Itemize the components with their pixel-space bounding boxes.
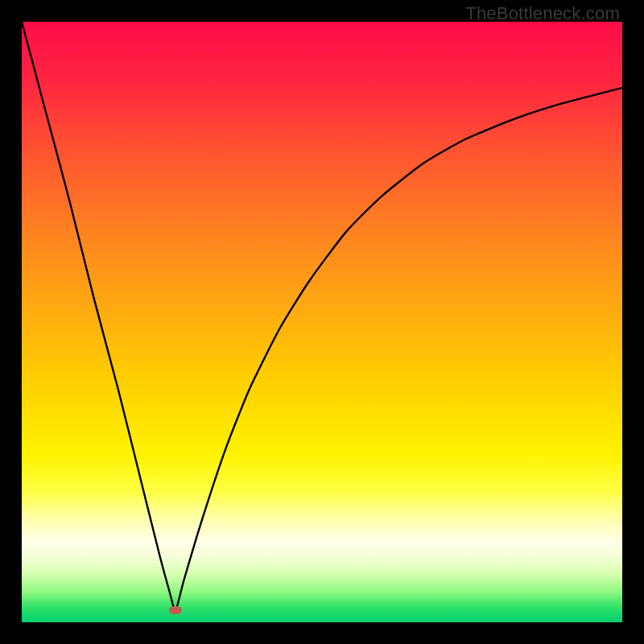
watermark-text: TheBottleneck.com — [465, 3, 620, 24]
bottleneck-curve — [22, 22, 622, 622]
plot-area — [22, 22, 622, 622]
minimum-marker — [169, 606, 182, 614]
